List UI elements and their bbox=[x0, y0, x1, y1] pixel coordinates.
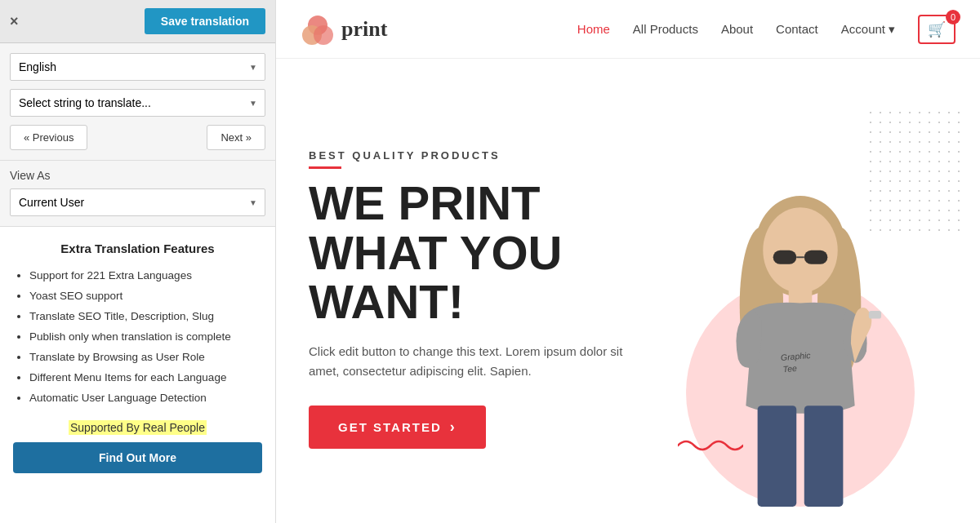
list-item: Support for 221 Extra Languages bbox=[29, 267, 262, 286]
wavy-line-icon bbox=[678, 433, 743, 458]
nav-products[interactable]: All Products bbox=[633, 22, 698, 36]
logo-icon bbox=[301, 12, 335, 47]
svg-text:Tee: Tee bbox=[782, 364, 797, 374]
nav-contact[interactable]: Contact bbox=[776, 22, 818, 36]
hero-description: Click edit button to change this text. L… bbox=[309, 342, 637, 381]
supported-text: Supported By Real People bbox=[13, 421, 262, 434]
supported-link[interactable]: Supported By Real People bbox=[69, 420, 207, 435]
next-button[interactable]: Next » bbox=[207, 125, 265, 150]
cart-button[interactable]: 🛒 0 bbox=[918, 15, 956, 44]
website-preview: print Home All Products About Contact Ac… bbox=[276, 0, 980, 523]
svg-rect-15 bbox=[869, 311, 881, 319]
svg-rect-8 bbox=[804, 250, 828, 264]
hero-image-area: Graphic Tee bbox=[653, 91, 947, 507]
nav-buttons: « Previous Next » bbox=[10, 125, 265, 150]
string-select[interactable]: Select string to translate... bbox=[10, 89, 265, 117]
view-as-select-wrapper: Current User Guest Admin bbox=[10, 188, 265, 216]
features-title: Extra Translation Features bbox=[13, 242, 262, 255]
nav-home[interactable]: Home bbox=[577, 22, 610, 36]
svg-rect-14 bbox=[804, 406, 844, 507]
person-figure: Graphic Tee bbox=[694, 180, 906, 507]
list-item: Different Menu Items for each Language bbox=[29, 369, 262, 388]
list-item: Yoast SEO support bbox=[29, 287, 262, 306]
controls-section: English Spanish French Select string to … bbox=[0, 43, 275, 161]
find-out-button[interactable]: Find Out More bbox=[13, 442, 262, 473]
chevron-down-icon: ▾ bbox=[889, 22, 895, 37]
site-navbar: print Home All Products About Contact Ac… bbox=[276, 0, 980, 59]
svg-rect-13 bbox=[758, 406, 797, 507]
list-item: Publish only when translation is complet… bbox=[29, 328, 262, 347]
nav-about[interactable]: About bbox=[721, 22, 753, 36]
features-list: Support for 221 Extra Languages Yoast SE… bbox=[13, 267, 262, 408]
features-section: Extra Translation Features Support for 2… bbox=[0, 227, 275, 523]
hero-title: WE PRINT WHAT YOU WANT! bbox=[309, 179, 637, 328]
list-item: Translate SEO Title, Description, Slug bbox=[29, 308, 262, 326]
get-started-button[interactable]: GET STARTED › bbox=[309, 406, 486, 449]
svg-point-6 bbox=[763, 207, 837, 293]
language-select[interactable]: English Spanish French bbox=[10, 53, 265, 81]
get-started-label: GET STARTED bbox=[338, 420, 442, 434]
hero-section: BEST QUALITY PRODUCTS WE PRINT WHAT YOU … bbox=[276, 59, 980, 523]
close-button[interactable]: × bbox=[10, 13, 19, 30]
translation-panel: × Save translation English Spanish Frenc… bbox=[0, 0, 276, 523]
svg-rect-7 bbox=[773, 250, 797, 264]
logo-text: print bbox=[341, 17, 387, 42]
svg-point-2 bbox=[314, 25, 333, 45]
view-as-label: View As bbox=[10, 169, 265, 182]
top-bar: × Save translation bbox=[0, 0, 275, 43]
view-as-select[interactable]: Current User Guest Admin bbox=[10, 188, 265, 216]
hero-subtitle: BEST QUALITY PRODUCTS bbox=[309, 149, 637, 169]
arrow-icon: › bbox=[450, 419, 457, 436]
list-item: Automatic User Language Detection bbox=[29, 389, 262, 408]
nav-account[interactable]: Account ▾ bbox=[841, 22, 895, 37]
site-nav: Home All Products About Contact Account … bbox=[577, 15, 956, 44]
previous-button[interactable]: « Previous bbox=[10, 125, 87, 150]
hero-content: BEST QUALITY PRODUCTS WE PRINT WHAT YOU … bbox=[309, 91, 653, 507]
view-as-section: View As Current User Guest Admin bbox=[0, 161, 275, 227]
string-select-wrapper: Select string to translate... bbox=[10, 89, 265, 117]
account-label: Account bbox=[841, 22, 885, 36]
cart-badge: 0 bbox=[946, 10, 960, 24]
site-logo: print bbox=[301, 12, 387, 47]
list-item: Translate by Browsing as User Role bbox=[29, 348, 262, 367]
language-select-wrapper: English Spanish French bbox=[10, 53, 265, 81]
save-translation-button[interactable]: Save translation bbox=[145, 8, 265, 34]
